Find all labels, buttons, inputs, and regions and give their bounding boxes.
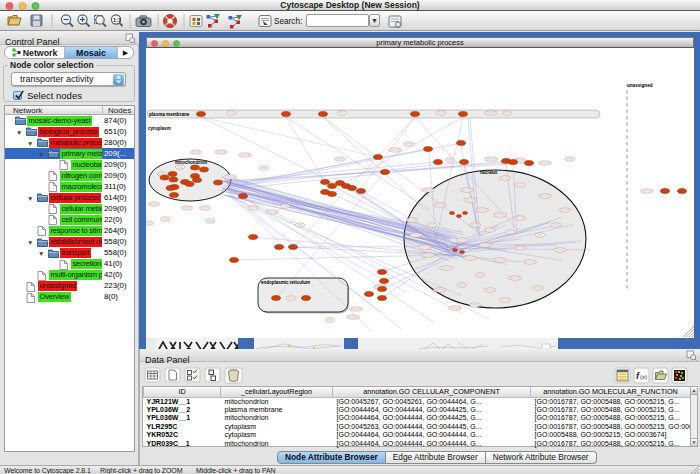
svg-text:nucleus: nucleus [480, 170, 498, 175]
svg-text:cytoplasm: cytoplasm [148, 126, 171, 131]
svg-text:mitochondrion: mitochondrion [175, 160, 207, 165]
svg-text:unassigned: unassigned [627, 83, 653, 88]
svg-text:(x): (x) [640, 374, 647, 380]
svg-text:plasma membrane: plasma membrane [149, 112, 190, 117]
svg-text:1:1: 1:1 [113, 17, 121, 23]
svg-text:endoplasmic reticulum: endoplasmic reticulum [261, 280, 310, 285]
